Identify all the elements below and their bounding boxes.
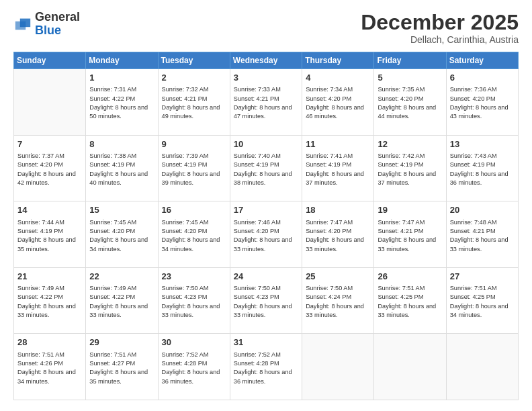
day-info: Sunrise: 7:38 AMSunset: 4:19 PMDaylight:… [89, 152, 154, 187]
day-info: Sunrise: 7:37 AMSunset: 4:20 PMDaylight:… [17, 152, 82, 187]
day-info: Sunrise: 7:39 AMSunset: 4:19 PMDaylight:… [162, 152, 226, 187]
calendar-week-row-3: 21Sunrise: 7:49 AMSunset: 4:22 PMDayligh… [14, 267, 519, 334]
day-info: Sunrise: 7:36 AMSunset: 4:20 PMDaylight:… [450, 85, 515, 121]
day-info: Sunrise: 7:44 AMSunset: 4:19 PMDaylight:… [17, 218, 82, 254]
calendar-cell: 13Sunrise: 7:43 AMSunset: 4:19 PMDayligh… [446, 135, 518, 201]
day-info: Sunrise: 7:34 AMSunset: 4:20 PMDaylight:… [306, 85, 370, 121]
calendar-week-row-0: 1Sunrise: 7:31 AMSunset: 4:22 PMDaylight… [14, 69, 519, 136]
day-info: Sunrise: 7:48 AMSunset: 4:21 PMDaylight:… [450, 218, 515, 254]
calendar-cell: 25Sunrise: 7:50 AMSunset: 4:24 PMDayligh… [302, 267, 374, 334]
day-info: Sunrise: 7:47 AMSunset: 4:21 PMDaylight:… [378, 218, 442, 254]
page: General Blue December 2025 Dellach, Cari… [0, 0, 532, 411]
logo-text: General Blue [35, 11, 80, 38]
calendar-cell [446, 334, 518, 400]
day-info: Sunrise: 7:47 AMSunset: 4:20 PMDaylight:… [306, 218, 370, 254]
calendar-cell: 20Sunrise: 7:48 AMSunset: 4:21 PMDayligh… [446, 201, 518, 268]
header-tuesday: Tuesday [158, 52, 230, 69]
calendar-cell: 16Sunrise: 7:45 AMSunset: 4:20 PMDayligh… [158, 201, 230, 268]
calendar-cell: 12Sunrise: 7:42 AMSunset: 4:19 PMDayligh… [374, 135, 446, 201]
day-info: Sunrise: 7:51 AMSunset: 4:25 PMDaylight:… [450, 284, 515, 320]
day-info: Sunrise: 7:32 AMSunset: 4:21 PMDaylight:… [162, 85, 226, 121]
day-info: Sunrise: 7:42 AMSunset: 4:19 PMDaylight:… [378, 152, 442, 187]
title-block: December 2025 Dellach, Carinthia, Austri… [361, 11, 519, 45]
header-friday: Friday [374, 52, 446, 69]
day-number: 16 [162, 204, 226, 216]
calendar-cell: 6Sunrise: 7:36 AMSunset: 4:20 PMDaylight… [446, 69, 518, 136]
header-saturday: Saturday [446, 52, 518, 69]
day-number: 1 [89, 72, 154, 84]
day-number: 12 [378, 138, 442, 150]
day-number: 29 [89, 336, 154, 349]
day-info: Sunrise: 7:49 AMSunset: 4:22 PMDaylight:… [17, 284, 82, 320]
day-info: Sunrise: 7:41 AMSunset: 4:19 PMDaylight:… [306, 152, 370, 187]
location-subtitle: Dellach, Carinthia, Austria [361, 34, 519, 45]
day-info: Sunrise: 7:45 AMSunset: 4:20 PMDaylight:… [162, 218, 226, 254]
calendar-table: Sunday Monday Tuesday Wednesday Thursday… [13, 52, 519, 400]
day-number: 23 [162, 271, 226, 283]
calendar-cell [302, 334, 374, 400]
day-number: 4 [306, 72, 370, 84]
day-info: Sunrise: 7:33 AMSunset: 4:21 PMDaylight:… [234, 85, 298, 121]
logo: General Blue [13, 11, 80, 38]
svg-marker-1 [15, 21, 26, 30]
header-wednesday: Wednesday [230, 52, 302, 69]
day-number: 3 [234, 72, 298, 84]
day-number: 2 [162, 72, 226, 84]
day-info: Sunrise: 7:51 AMSunset: 4:27 PMDaylight:… [89, 351, 154, 386]
day-info: Sunrise: 7:52 AMSunset: 4:28 PMDaylight:… [234, 351, 298, 386]
calendar-cell: 5Sunrise: 7:35 AMSunset: 4:20 PMDaylight… [374, 69, 446, 136]
day-number: 13 [450, 138, 515, 150]
calendar-cell: 28Sunrise: 7:51 AMSunset: 4:26 PMDayligh… [14, 334, 86, 400]
header-monday: Monday [86, 52, 158, 69]
day-number: 18 [306, 204, 370, 216]
day-number: 31 [234, 336, 298, 349]
day-info: Sunrise: 7:35 AMSunset: 4:20 PMDaylight:… [378, 85, 442, 121]
day-info: Sunrise: 7:40 AMSunset: 4:19 PMDaylight:… [234, 152, 298, 187]
day-number: 28 [17, 336, 82, 349]
day-number: 17 [234, 204, 298, 216]
day-number: 10 [234, 138, 298, 150]
day-number: 15 [89, 204, 154, 216]
day-number: 21 [17, 271, 82, 283]
logo-general: General [35, 11, 80, 24]
calendar-cell: 4Sunrise: 7:34 AMSunset: 4:20 PMDaylight… [302, 69, 374, 136]
day-info: Sunrise: 7:52 AMSunset: 4:28 PMDaylight:… [162, 351, 226, 386]
calendar-cell: 14Sunrise: 7:44 AMSunset: 4:19 PMDayligh… [14, 201, 86, 268]
calendar-cell: 8Sunrise: 7:38 AMSunset: 4:19 PMDaylight… [86, 135, 158, 201]
calendar-cell: 23Sunrise: 7:50 AMSunset: 4:23 PMDayligh… [158, 267, 230, 334]
day-number: 14 [17, 204, 82, 216]
day-info: Sunrise: 7:50 AMSunset: 4:23 PMDaylight:… [162, 284, 226, 320]
month-title: December 2025 [361, 11, 519, 34]
day-info: Sunrise: 7:49 AMSunset: 4:22 PMDaylight:… [89, 284, 154, 320]
calendar-cell: 22Sunrise: 7:49 AMSunset: 4:22 PMDayligh… [86, 267, 158, 334]
calendar-cell: 15Sunrise: 7:45 AMSunset: 4:20 PMDayligh… [86, 201, 158, 268]
day-info: Sunrise: 7:51 AMSunset: 4:26 PMDaylight:… [17, 351, 82, 386]
day-number: 19 [378, 204, 442, 216]
day-info: Sunrise: 7:50 AMSunset: 4:24 PMDaylight:… [306, 284, 370, 320]
day-number: 22 [89, 271, 154, 283]
calendar-week-row-1: 7Sunrise: 7:37 AMSunset: 4:20 PMDaylight… [14, 135, 519, 201]
day-info: Sunrise: 7:46 AMSunset: 4:20 PMDaylight:… [234, 218, 298, 254]
day-info: Sunrise: 7:45 AMSunset: 4:20 PMDaylight:… [89, 218, 154, 254]
calendar-cell [374, 334, 446, 400]
calendar-cell: 1Sunrise: 7:31 AMSunset: 4:22 PMDaylight… [86, 69, 158, 136]
calendar-cell: 9Sunrise: 7:39 AMSunset: 4:19 PMDaylight… [158, 135, 230, 201]
day-number: 11 [306, 138, 370, 150]
calendar-cell: 18Sunrise: 7:47 AMSunset: 4:20 PMDayligh… [302, 201, 374, 268]
calendar-cell: 10Sunrise: 7:40 AMSunset: 4:19 PMDayligh… [230, 135, 302, 201]
day-number: 7 [17, 138, 82, 150]
header: General Blue December 2025 Dellach, Cari… [13, 11, 519, 45]
day-info: Sunrise: 7:31 AMSunset: 4:22 PMDaylight:… [89, 85, 154, 121]
logo-icon [13, 15, 32, 34]
calendar-cell: 11Sunrise: 7:41 AMSunset: 4:19 PMDayligh… [302, 135, 374, 201]
day-info: Sunrise: 7:43 AMSunset: 4:19 PMDaylight:… [450, 152, 515, 187]
calendar-cell: 27Sunrise: 7:51 AMSunset: 4:25 PMDayligh… [446, 267, 518, 334]
day-number: 30 [162, 336, 226, 349]
header-sunday: Sunday [14, 52, 86, 69]
day-number: 24 [234, 271, 298, 283]
day-number: 6 [450, 72, 515, 84]
calendar-cell: 7Sunrise: 7:37 AMSunset: 4:20 PMDaylight… [14, 135, 86, 201]
calendar-cell: 30Sunrise: 7:52 AMSunset: 4:28 PMDayligh… [158, 334, 230, 400]
day-info: Sunrise: 7:50 AMSunset: 4:23 PMDaylight:… [234, 284, 298, 320]
logo-blue: Blue [35, 24, 80, 38]
